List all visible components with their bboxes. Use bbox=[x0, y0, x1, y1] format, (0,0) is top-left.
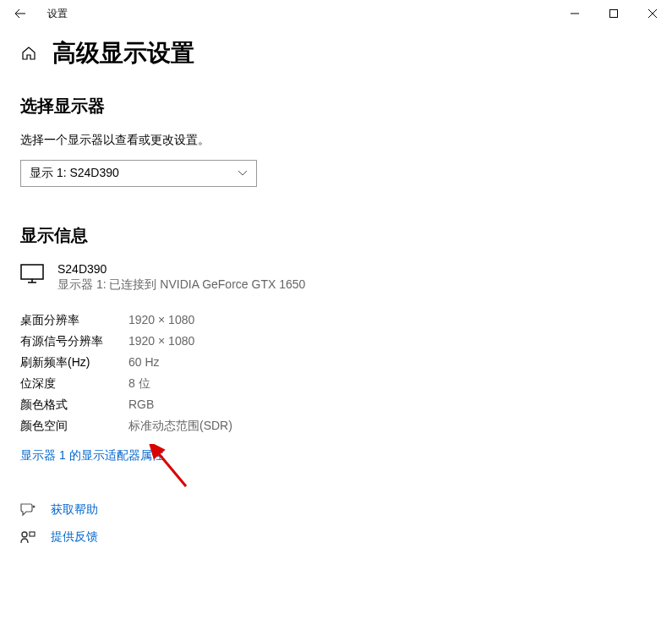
spec-row: 桌面分辨率1920 × 1080 bbox=[20, 313, 652, 328]
help-icon bbox=[20, 502, 36, 518]
spec-label: 有源信号分辨率 bbox=[20, 334, 128, 349]
spec-label: 桌面分辨率 bbox=[20, 313, 128, 328]
home-button[interactable] bbox=[20, 45, 37, 62]
monitor-name: S24D390 bbox=[57, 262, 305, 276]
select-display-heading: 选择显示器 bbox=[20, 95, 652, 118]
spec-row: 位深度8 位 bbox=[20, 376, 652, 392]
close-button[interactable] bbox=[633, 0, 672, 27]
svg-rect-9 bbox=[30, 532, 35, 536]
back-arrow-icon bbox=[14, 8, 26, 19]
chevron-down-icon bbox=[238, 169, 248, 178]
spec-row: 颜色空间标准动态范围(SDR) bbox=[20, 419, 652, 434]
page-title: 高级显示设置 bbox=[52, 37, 194, 69]
spec-value: 1920 × 1080 bbox=[128, 334, 194, 349]
close-icon bbox=[648, 9, 657, 18]
titlebar: 设置 bbox=[0, 0, 672, 27]
feedback-link: 提供反馈 bbox=[51, 529, 98, 545]
feedback-row[interactable]: 提供反馈 bbox=[20, 529, 652, 545]
home-icon bbox=[21, 46, 36, 61]
svg-point-8 bbox=[22, 532, 27, 537]
spec-value: 1920 × 1080 bbox=[128, 313, 194, 328]
get-help-row[interactable]: 获取帮助 bbox=[20, 502, 652, 518]
monitor-icon bbox=[20, 264, 44, 288]
spec-label: 位深度 bbox=[20, 376, 128, 392]
get-help-link: 获取帮助 bbox=[51, 502, 98, 518]
minimize-icon bbox=[571, 9, 579, 18]
feedback-icon bbox=[20, 529, 36, 545]
spec-row: 刷新频率(Hz)60 Hz bbox=[20, 355, 652, 370]
display-select-dropdown[interactable]: 显示 1: S24D390 bbox=[20, 160, 257, 187]
svg-rect-4 bbox=[21, 265, 43, 279]
spec-value: 60 Hz bbox=[128, 355, 160, 370]
spec-label: 刷新频率(Hz) bbox=[20, 355, 128, 370]
specs-table: 桌面分辨率1920 × 1080有源信号分辨率1920 × 1080刷新频率(H… bbox=[20, 313, 652, 434]
page-header: 高级显示设置 bbox=[20, 37, 652, 69]
window-title: 设置 bbox=[47, 7, 68, 21]
maximize-icon bbox=[609, 9, 618, 18]
monitor-summary: S24D390 显示器 1: 已连接到 NVIDIA GeForce GTX 1… bbox=[20, 262, 652, 293]
select-display-description: 选择一个显示器以查看或更改设置。 bbox=[20, 133, 652, 148]
spec-label: 颜色格式 bbox=[20, 398, 128, 413]
spec-value: RGB bbox=[128, 398, 154, 413]
adapter-properties-link[interactable]: 显示器 1 的显示适配器属性 bbox=[20, 448, 164, 463]
spec-row: 颜色格式RGB bbox=[20, 398, 652, 413]
back-button[interactable] bbox=[7, 0, 34, 27]
svg-point-7 bbox=[33, 506, 36, 508]
spec-row: 有源信号分辨率1920 × 1080 bbox=[20, 334, 652, 349]
spec-value: 8 位 bbox=[128, 376, 150, 392]
monitor-connection: 显示器 1: 已连接到 NVIDIA GeForce GTX 1650 bbox=[57, 277, 305, 293]
minimize-button[interactable] bbox=[555, 0, 594, 27]
spec-label: 颜色空间 bbox=[20, 419, 128, 434]
dropdown-selected-text: 显示 1: S24D390 bbox=[30, 166, 238, 181]
maximize-button[interactable] bbox=[594, 0, 633, 27]
spec-value: 标准动态范围(SDR) bbox=[128, 419, 232, 434]
display-info-heading: 显示信息 bbox=[20, 224, 652, 247]
svg-rect-1 bbox=[610, 10, 618, 18]
